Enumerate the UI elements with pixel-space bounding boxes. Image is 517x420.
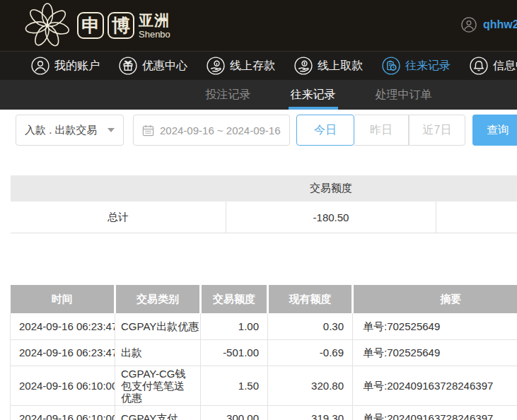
logo-region: 亚洲: [139, 13, 170, 28]
record-tabs: 投注记录 往来记录 处理中订单: [0, 80, 517, 110]
cell-amount: 300.00: [201, 405, 268, 420]
date-range-input[interactable]: 2024-09-16 ~ 2024-09-16: [133, 115, 290, 146]
nav-item-messages[interactable]: 信息中心: [470, 57, 517, 75]
cell-amount: 1.50: [201, 366, 268, 405]
summary-header-row: 交易额度: [11, 175, 517, 202]
nav-item-deposit[interactable]: 线上存款: [207, 57, 275, 75]
main-nav: 我的账户 优惠中心 线上存款 线上取款: [0, 51, 517, 80]
nav-item-promotions[interactable]: 优惠中心: [119, 57, 187, 75]
cell-balance: 320.80: [268, 366, 353, 405]
avatar-icon: [461, 17, 477, 33]
tab-pending-orders[interactable]: 处理中订单: [376, 80, 432, 110]
cell-balance: 319.30: [268, 405, 353, 420]
deposit-icon: [207, 57, 225, 75]
cell-amount: 1.00: [201, 313, 268, 339]
cell-type: CGPAY-CG钱包支付笔笔送优惠: [115, 366, 201, 405]
username[interactable]: qhhw2: [483, 18, 517, 31]
today-button[interactable]: 今日: [296, 115, 354, 146]
bell-icon: [470, 57, 488, 75]
filter-row: 入款 . 出款交易 2024-09-16 ~ 2024-09-16 今日 昨日 …: [0, 110, 517, 175]
transaction-type-value: 入款 . 出款交易: [25, 124, 98, 137]
flower-logo-icon: [21, 2, 74, 49]
cell-note: 单号:202409163728246397: [353, 366, 517, 405]
user-icon: [31, 57, 50, 75]
nav-label: 优惠中心: [142, 59, 187, 74]
col-header-balance: 现有额度: [268, 285, 353, 313]
summary-amount-header: 交易额度: [226, 182, 436, 195]
tab-transaction-records[interactable]: 往来记录: [291, 80, 336, 110]
date-range-value: 2024-09-16 ~ 2024-09-16: [160, 124, 281, 136]
table-row: 2024-09-16 06:10:00 CGPAY支付 300.00 319.3…: [11, 405, 517, 420]
col-header-time: 时间: [11, 285, 115, 313]
calendar-icon: [142, 124, 154, 136]
cell-balance: -0.69: [268, 339, 353, 366]
col-header-type: 交易类别: [115, 285, 201, 313]
cell-note: 单号:202409163728246397: [353, 405, 517, 420]
cell-note: 单号:702525649: [353, 313, 517, 339]
transactions-header-row: 时间 交易类别 交易额度 现有额度 摘要: [11, 285, 517, 313]
cell-type: CGPAY支付: [115, 405, 201, 420]
nav-label: 线上取款: [318, 59, 363, 74]
cell-type: 出款: [115, 339, 201, 366]
cell-time: 2024-09-16 06:10:00: [11, 366, 115, 405]
nav-item-my-account[interactable]: 我的账户: [31, 57, 100, 75]
summary-total-label: 总计: [11, 211, 226, 224]
nav-label: 线上存款: [230, 59, 275, 74]
cell-time: 2024-09-16 06:10:00: [11, 405, 115, 420]
summary-total-value: -180.50: [226, 202, 436, 233]
gift-icon: [119, 57, 137, 75]
nav-item-records[interactable]: 往来记录: [382, 57, 451, 75]
nav-label: 我的账户: [54, 59, 100, 74]
cell-note: 单号:702525649: [353, 339, 517, 366]
brand-header: 申 博 亚洲 Shenbo qhhw2: [0, 0, 517, 51]
chevron-down-icon: [108, 128, 115, 132]
summary-table: 交易额度 总计 -180.50: [11, 175, 517, 233]
transaction-type-select[interactable]: 入款 . 出款交易: [16, 115, 124, 146]
user-account[interactable]: qhhw2: [461, 17, 517, 33]
cell-type: CGPAY出款优惠: [115, 313, 201, 339]
tab-bet-records[interactable]: 投注记录: [206, 80, 251, 110]
nav-label: 往来记录: [405, 59, 451, 74]
last-7-days-button[interactable]: 近7日: [409, 115, 465, 146]
summary-total-row: 总计 -180.50: [11, 202, 517, 233]
table-row: 2024-09-16 06:23:47 出款 -501.00 -0.69 单号:…: [11, 339, 517, 366]
col-header-amount: 交易额度: [201, 285, 268, 313]
withdraw-icon: [294, 57, 313, 75]
transactions-table: 时间 交易类别 交易额度 现有额度 摘要 2024-09-16 06:23:47…: [10, 285, 517, 420]
logo-char-shen: 申: [77, 12, 104, 39]
quick-date-buttons: 今日 昨日 近7日: [296, 115, 465, 146]
table-row: 2024-09-16 06:10:00 CGPAY-CG钱包支付笔笔送优惠 1.…: [11, 366, 517, 405]
nav-item-withdraw[interactable]: 线上取款: [294, 57, 363, 75]
cell-amount: -501.00: [201, 339, 268, 366]
brand-logo[interactable]: 申 博 亚洲 Shenbo: [21, 2, 170, 49]
cell-time: 2024-09-16 06:23:47: [11, 339, 115, 366]
cell-balance: 0.30: [268, 313, 353, 339]
logo-char-bo: 博: [108, 12, 134, 39]
nav-label: 信息中心: [493, 59, 517, 74]
cell-time: 2024-09-16 06:23:47: [11, 313, 115, 339]
search-button[interactable]: 查询: [472, 115, 517, 146]
records-icon: [382, 57, 400, 75]
col-header-note: 摘要: [353, 285, 517, 313]
logo-subtitle: Shenbo: [139, 30, 170, 39]
yesterday-button[interactable]: 昨日: [354, 115, 409, 146]
table-row: 2024-09-16 06:23:47 CGPAY出款优惠 1.00 0.30 …: [11, 313, 517, 339]
